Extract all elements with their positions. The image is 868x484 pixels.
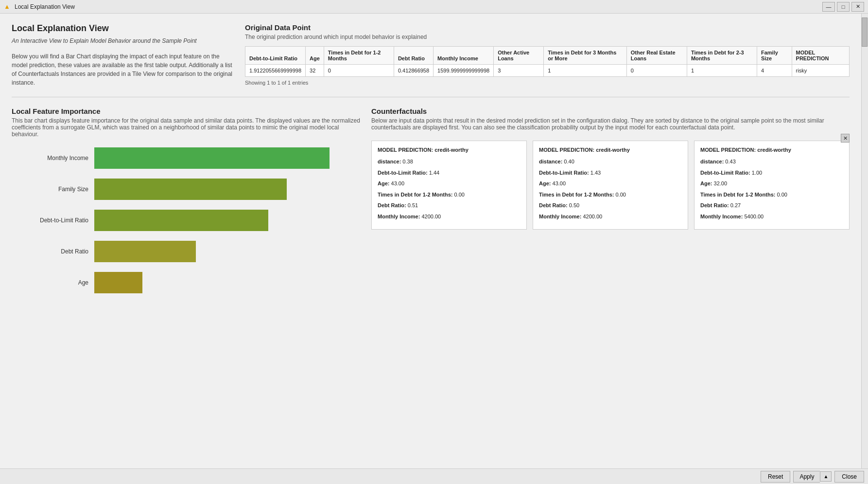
cell-model-pred: risky xyxy=(792,65,849,77)
bar-row-1: Family Size xyxy=(12,179,362,200)
bar-label-1: Family Size xyxy=(12,186,94,193)
cf-model-pred-0: MODEL PREDICTION: credit-worthy xyxy=(378,147,521,153)
bar-fill-4 xyxy=(94,272,142,293)
bar-track-4 xyxy=(94,272,362,293)
cf-field-1-5: Monthly Income: 4200.00 xyxy=(539,213,682,221)
cf-field-2-3: Times in Debt for 1-2 Months: 0.00 xyxy=(700,191,843,199)
cf-field-0-1: Debt-to-Limit Ratio: 1.44 xyxy=(378,169,521,177)
cf-field-1-1: Debt-to-Limit Ratio: 1.43 xyxy=(539,169,682,177)
cf-field-2-1: Debt-to-Limit Ratio: 1.00 xyxy=(700,169,843,177)
cell-monthly-income: 1599.9999999999998 xyxy=(434,65,494,77)
apply-arrow-button[interactable]: ▲ xyxy=(820,471,832,482)
reset-button[interactable]: Reset xyxy=(761,471,790,483)
cf-desc: Below are input data points that result … xyxy=(371,117,850,131)
table-note: Showing 1 to 1 of 1 entries xyxy=(245,80,850,86)
fi-title: Local Feature Importance xyxy=(12,107,362,115)
cell-age: 32 xyxy=(306,65,324,77)
counterfactuals-panel: Counterfactuals Below are input data poi… xyxy=(371,107,850,303)
bar-label-2: Debt-to-Limit Ratio xyxy=(12,217,94,224)
close-button[interactable]: ✕ xyxy=(851,2,864,12)
bar-row-3: Debt Ratio xyxy=(12,241,362,262)
cf-field-1-3: Times in Debt for 1-2 Months: 0.00 xyxy=(539,191,682,199)
cf-field-0-4: Debt Ratio: 0.51 xyxy=(378,201,521,210)
bar-fill-0 xyxy=(94,147,330,169)
cf-field-0-0: distance: 0.38 xyxy=(378,158,521,166)
cf-card-1: MODEL PREDICTION: credit-worthydistance:… xyxy=(533,141,688,230)
cf-title: Counterfactuals xyxy=(371,107,850,115)
bar-track-3 xyxy=(94,241,362,262)
col-header-times23: Times in Debt for 2-3 Months xyxy=(687,47,757,65)
bottom-section: Local Feature Importance This bar chart … xyxy=(12,107,850,303)
col-header-times12: Times in Debt for 1-2 Months xyxy=(324,47,394,65)
original-data-panel: Original Data Point The original predict… xyxy=(245,23,850,87)
bar-track-1 xyxy=(94,179,362,200)
cell-other-real: 0 xyxy=(626,65,687,77)
scrollbar-thumb[interactable] xyxy=(862,18,868,47)
apply-button-group: Apply ▲ xyxy=(793,471,832,483)
table-header-row: Debt-to-Limit Ratio Age Times in Debt fo… xyxy=(245,47,850,65)
main-desc: Below you will find a Bar Chart displayi… xyxy=(12,52,235,87)
left-panel: Local Explanation View An Interactive Vi… xyxy=(12,23,245,87)
fi-desc: This bar chart displays feature importan… xyxy=(12,117,362,138)
col-header-model-pred: MODEL PREDICTION xyxy=(792,47,849,65)
scrollbar-track[interactable] xyxy=(861,14,868,468)
window-controls: — □ ✕ xyxy=(822,2,864,12)
bar-chart: Monthly IncomeFamily SizeDebt-to-Limit R… xyxy=(12,147,362,293)
col-header-other-real: Other Real Estate Loans xyxy=(626,47,687,65)
cf-model-pred-2: MODEL PREDICTION: credit-worthy xyxy=(700,147,843,153)
main-heading: Local Explanation View xyxy=(12,23,235,34)
col-header-other-active: Other Active Loans xyxy=(494,47,544,65)
col-header-times3more: Times in Debt for 3 Months or More xyxy=(544,47,627,65)
bar-label-0: Monthly Income xyxy=(12,155,94,161)
cf-close-button[interactable]: ✕ xyxy=(841,134,850,143)
bar-row-4: Age xyxy=(12,272,362,293)
cf-card-0: MODEL PREDICTION: credit-worthydistance:… xyxy=(371,141,527,230)
cell-debt-limit: 1.9122055669999998 xyxy=(245,65,306,77)
bar-row-2: Debt-to-Limit Ratio xyxy=(12,210,362,231)
bar-track-2 xyxy=(94,210,362,231)
content-area: Local Explanation View An Interactive Vi… xyxy=(0,14,868,468)
table-row: 1.9122055669999998 32 0 0.412866958 1599… xyxy=(245,65,850,77)
section-divider xyxy=(12,97,850,97)
maximize-button[interactable]: □ xyxy=(837,2,850,12)
col-header-age: Age xyxy=(306,47,324,65)
cf-field-2-4: Debt Ratio: 0.27 xyxy=(700,201,843,210)
cf-cards-container: ✕ MODEL PREDICTION: credit-worthydistanc… xyxy=(371,141,850,230)
bar-track-0 xyxy=(94,147,362,169)
cell-other-active: 3 xyxy=(494,65,544,77)
bar-row-0: Monthly Income xyxy=(12,147,362,169)
close-button-bottom[interactable]: Close xyxy=(834,471,864,483)
apply-button[interactable]: Apply xyxy=(793,471,820,483)
top-section: Local Explanation View An Interactive Vi… xyxy=(12,23,850,87)
col-header-monthly-income: Monthly Income xyxy=(434,47,494,65)
cf-card-2: MODEL PREDICTION: credit-worthydistance:… xyxy=(694,141,850,230)
odp-title: Original Data Point xyxy=(245,23,850,32)
bar-fill-1 xyxy=(94,179,287,200)
main-window: ▲ Local Explanation View — □ ✕ Local Exp… xyxy=(0,0,868,484)
cell-times3more: 1 xyxy=(544,65,627,77)
bar-fill-2 xyxy=(94,210,268,231)
cell-family: 4 xyxy=(757,65,792,77)
cf-field-2-2: Age: 32.00 xyxy=(700,179,843,188)
main-scroll-area[interactable]: Local Explanation View An Interactive Vi… xyxy=(0,14,861,468)
original-data-table: Debt-to-Limit Ratio Age Times in Debt fo… xyxy=(245,46,850,77)
feature-importance-panel: Local Feature Importance This bar chart … xyxy=(12,107,362,303)
cf-field-1-0: distance: 0.40 xyxy=(539,158,682,166)
minimize-button[interactable]: — xyxy=(822,2,835,12)
bar-label-4: Age xyxy=(12,279,94,286)
cf-field-2-0: distance: 0.43 xyxy=(700,158,843,166)
col-header-debt-ratio: Debt Ratio xyxy=(394,47,433,65)
col-header-family: Family Size xyxy=(757,47,792,65)
cf-field-0-3: Times in Debt for 1-2 Months: 0.00 xyxy=(378,191,521,199)
col-header-debt-limit: Debt-to-Limit Ratio xyxy=(245,47,306,65)
cell-debt-ratio: 0.412866958 xyxy=(394,65,433,77)
cf-field-0-5: Monthly Income: 4200.00 xyxy=(378,213,521,221)
main-italic-desc: An Interactive View to Explain Model Beh… xyxy=(12,37,235,44)
bar-label-3: Debt Ratio xyxy=(12,248,94,255)
bar-fill-3 xyxy=(94,241,196,262)
cell-times23: 1 xyxy=(687,65,757,77)
cf-field-2-5: Monthly Income: 5400.00 xyxy=(700,213,843,221)
titlebar: ▲ Local Explanation View — □ ✕ xyxy=(0,0,868,14)
cell-times12: 0 xyxy=(324,65,394,77)
bottom-bar: Reset Apply ▲ Close xyxy=(0,468,868,484)
